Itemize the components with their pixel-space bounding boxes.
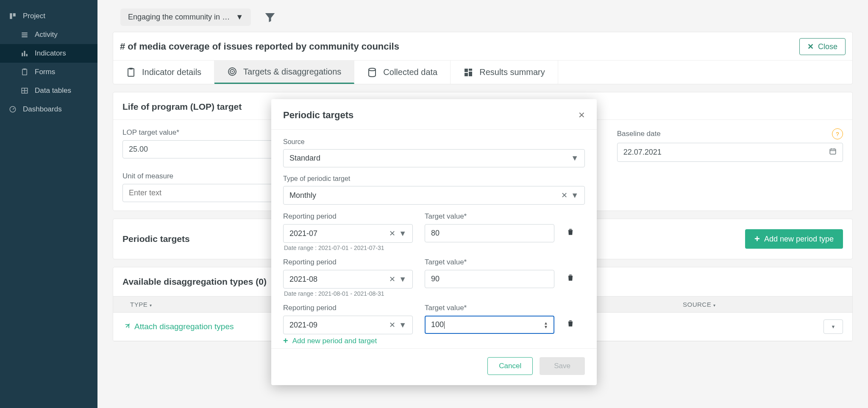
date-range-text: Date range : 2021-07-01 - 2021-07-31 xyxy=(284,244,585,251)
reporting-period-label: Reporting period xyxy=(283,304,413,312)
target-value-input[interactable]: 90 xyxy=(425,270,554,288)
source-select[interactable]: Standard ▼ xyxy=(283,149,585,167)
trash-icon[interactable] xyxy=(566,230,575,238)
clear-icon[interactable]: ✕ xyxy=(561,191,568,200)
caret-down-icon: ▼ xyxy=(571,191,579,200)
source-value: Standard xyxy=(289,154,320,163)
number-spinner[interactable]: ▲▼ xyxy=(544,321,548,329)
period-value: 2021-07 xyxy=(289,229,317,238)
trash-icon[interactable] xyxy=(566,321,575,329)
target-value-input[interactable]: 100 ▲▼ xyxy=(425,316,554,334)
clear-icon[interactable]: ✕ xyxy=(389,275,395,284)
date-range-text: Date range : 2021-08-01 - 2021-08-31 xyxy=(284,290,585,297)
trash-icon[interactable] xyxy=(566,275,575,283)
reporting-period-label: Reporting period xyxy=(283,212,413,221)
clear-icon[interactable]: ✕ xyxy=(389,320,395,330)
target-value-label: Target value* xyxy=(425,258,554,266)
period-row: Reporting period 2021-07 ✕▼ Target value… xyxy=(283,212,585,243)
add-period-target-link[interactable]: + Add new period and target xyxy=(283,336,585,346)
target-value-label: Target value* xyxy=(425,212,554,221)
caret-down-icon: ▼ xyxy=(571,154,579,163)
period-value: 2021-09 xyxy=(289,321,317,330)
cancel-button[interactable]: Cancel xyxy=(487,357,533,375)
target-value-label: Target value* xyxy=(425,304,554,312)
period-value: 2021-08 xyxy=(289,275,317,284)
target-value-input[interactable]: 80 xyxy=(425,224,554,242)
reporting-period-label: Reporting period xyxy=(283,258,413,266)
type-value: Monthly xyxy=(289,191,316,200)
period-row: Reporting period 2021-09 ✕▼ Target value… xyxy=(283,304,585,334)
reporting-period-select[interactable]: 2021-07 ✕▼ xyxy=(283,224,413,243)
period-row: Reporting period 2021-08 ✕▼ Target value… xyxy=(283,258,585,289)
caret-down-icon: ▼ xyxy=(399,229,406,238)
source-label: Source xyxy=(283,138,585,146)
plus-icon: + xyxy=(283,336,288,346)
type-label: Type of periodic target xyxy=(283,175,585,183)
caret-down-icon: ▼ xyxy=(399,321,406,330)
modal-close-icon[interactable]: × xyxy=(579,108,585,122)
modal-title: Periodic targets xyxy=(283,110,353,121)
save-button: Save xyxy=(540,357,585,375)
caret-down-icon: ▼ xyxy=(399,275,406,284)
reporting-period-select[interactable]: 2021-09 ✕▼ xyxy=(283,316,413,334)
modal-backdrop: Periodic targets × Source Standard ▼ Typ… xyxy=(0,0,868,408)
clear-icon[interactable]: ✕ xyxy=(389,229,395,238)
reporting-period-select[interactable]: 2021-08 ✕▼ xyxy=(283,270,413,289)
periodic-targets-modal: Periodic targets × Source Standard ▼ Typ… xyxy=(271,99,597,385)
type-select[interactable]: Monthly ✕ ▼ xyxy=(283,186,585,205)
add-period-target-label: Add new period and target xyxy=(292,337,377,345)
